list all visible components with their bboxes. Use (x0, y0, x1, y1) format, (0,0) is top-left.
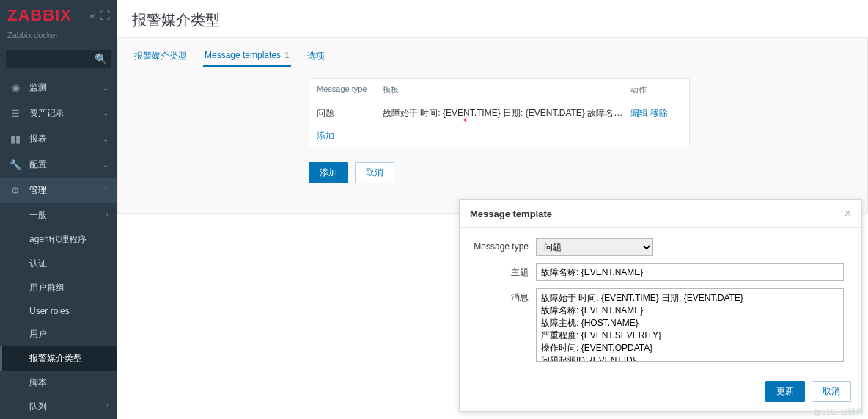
tab-message-templates[interactable]: Message templates 1 (203, 45, 291, 67)
chevron-down-icon: ⌄ (103, 135, 108, 143)
logo-row: ZABBIX « ⛶ (0, 0, 117, 31)
modal-header: Message template × (460, 200, 861, 228)
sidebar-collapse[interactable]: « ⛶ (89, 10, 110, 21)
chevron-right-icon: › (106, 401, 108, 409)
message-template-modal: Message template × Message type 问题 主题 消息… (459, 199, 862, 412)
chevron-down-icon: ⌄ (103, 161, 108, 169)
expand-icon: ⛶ (100, 10, 110, 21)
form-buttons: 添加 取消 (309, 162, 853, 183)
wrench-icon: 🔧 (9, 159, 22, 170)
chevron-down-icon: ⌄ (103, 84, 108, 92)
nav-label: 监测 (29, 81, 47, 94)
input-subject[interactable] (536, 263, 844, 281)
nav-inventory[interactable]: ☰ 资产记录 ⌄ (0, 101, 117, 126)
tab-options[interactable]: 选项 (306, 45, 326, 67)
textarea-message[interactable] (536, 288, 844, 362)
sub-users[interactable]: 用户 (0, 322, 117, 346)
annotation-arrow-icon: ← (459, 110, 482, 129)
sub-proxies[interactable]: agent代理程序 (0, 227, 117, 252)
modal-body: Message type 问题 主题 消息 (460, 228, 861, 375)
form-area: Message type 模板 动作 问题 故障始于 时间: {EVENT.TI… (309, 78, 853, 183)
sub-authentication[interactable]: 认证 (0, 252, 117, 276)
modal-footer: 更新 取消 (460, 375, 861, 411)
field-message-type: Message type 问题 (470, 238, 851, 256)
brand-subtitle: Zabbix docker (0, 31, 117, 45)
sub-user-roles[interactable]: User roles (0, 300, 117, 322)
sub-user-groups[interactable]: 用户群组 (0, 276, 117, 300)
nav-label: 资产记录 (29, 107, 65, 120)
tabs: 报警媒介类型 Message templates 1 选项 (133, 45, 853, 68)
modal-cancel-button[interactable]: 取消 (812, 381, 851, 402)
nav-monitoring[interactable]: ◉ 监测 ⌄ (0, 75, 117, 101)
tab-count: 1 (284, 51, 289, 59)
nav-label: 管理 (29, 184, 47, 197)
col-message-type: Message type (317, 84, 383, 95)
tab-media-type[interactable]: 报警媒介类型 (133, 45, 188, 67)
table-row: 问题 故障始于 时间: {EVENT.TIME} 日期: {EVENT.DATE… (309, 101, 689, 125)
nav-label: 配置 (29, 159, 47, 171)
message-templates-table: Message type 模板 动作 问题 故障始于 时间: {EVENT.TI… (309, 78, 690, 147)
cell-actions: 编辑 移除 (630, 107, 682, 120)
label-message-type: Message type (470, 238, 536, 256)
list-icon: ☰ (9, 108, 22, 119)
label-message: 消息 (470, 288, 536, 362)
gear-icon: ⚙ (9, 185, 22, 196)
search-icon[interactable]: 🔍 (95, 53, 107, 65)
modal-title: Message template (470, 208, 552, 219)
eye-icon: ◉ (9, 82, 22, 93)
field-message: 消息 (470, 288, 851, 362)
main-area: 报警媒介类型 报警媒介类型 Message templates 1 选项 Mes… (117, 0, 868, 419)
nav-reports[interactable]: ▮▮ 报表 ⌄ (0, 126, 117, 152)
chevron-right-icon: › (106, 210, 108, 218)
col-action: 动作 (630, 84, 682, 95)
label-subject: 主题 (470, 263, 536, 281)
tab-label: Message templates (205, 50, 281, 60)
nav-configuration[interactable]: 🔧 配置 ⌄ (0, 152, 117, 178)
remove-link[interactable]: 移除 (650, 108, 668, 118)
add-template-link[interactable]: 添加 (309, 125, 342, 147)
edit-link[interactable]: 编辑 (630, 108, 648, 118)
sub-media-types[interactable]: 报警媒介类型 (0, 346, 117, 371)
chevron-down-icon: ⌄ (103, 109, 108, 117)
watermark: @51CTO博客 (814, 407, 864, 418)
chart-icon: ▮▮ (9, 134, 22, 145)
sidebar: ZABBIX « ⛶ Zabbix docker 🔍 ◉ 监测 ⌄ ☰ 资产记录… (0, 0, 117, 419)
sub-scripts[interactable]: 脚本 (0, 371, 117, 395)
field-subject: 主题 (470, 263, 851, 281)
chevron-up-icon: ⌃ (103, 186, 108, 194)
sub-general[interactable]: 一般› (0, 203, 117, 227)
add-button[interactable]: 添加 (309, 162, 348, 183)
brand-logo: ZABBIX (7, 6, 72, 25)
cell-template: 故障始于 时间: {EVENT.TIME} 日期: {EVENT.DATE} 故… (383, 107, 630, 120)
close-icon[interactable]: × (845, 207, 851, 220)
search-box: 🔍 (6, 50, 111, 68)
page-title: 报警媒介类型 (117, 0, 868, 37)
cell-message-type: 问题 (317, 107, 383, 120)
select-message-type[interactable]: 问题 (536, 238, 653, 256)
update-button[interactable]: 更新 (765, 381, 805, 402)
table-header: Message type 模板 动作 (309, 79, 689, 101)
nav-administration[interactable]: ⚙ 管理 ⌃ (0, 178, 117, 203)
nav-label: 报表 (29, 133, 47, 145)
sub-queue[interactable]: 队列› (0, 395, 117, 419)
col-template: 模板 (383, 84, 630, 95)
collapse-icon: « (89, 10, 95, 21)
content-block: 报警媒介类型 Message templates 1 选项 Message ty… (117, 37, 868, 214)
cancel-button[interactable]: 取消 (355, 162, 394, 183)
